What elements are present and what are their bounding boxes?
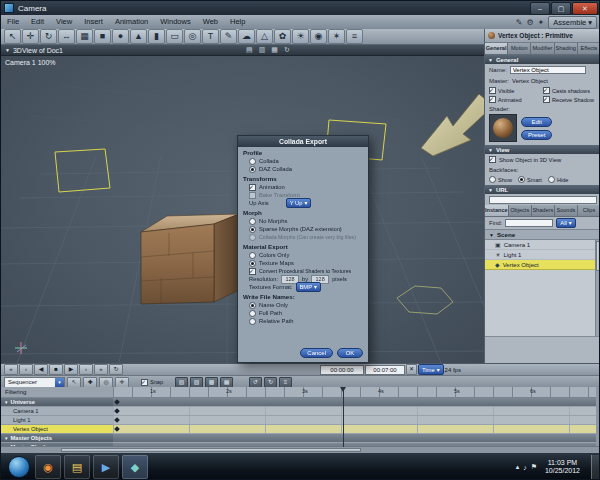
view-layout-split-icon[interactable]: ▥ bbox=[259, 46, 266, 54]
tab-instance[interactable]: Instance bbox=[485, 205, 509, 216]
track-light-1[interactable]: Light 1 bbox=[1, 416, 113, 425]
insert-text-icon[interactable]: T bbox=[202, 29, 219, 44]
animated-checkbox[interactable] bbox=[489, 96, 496, 103]
play-reverse-button[interactable]: ◀ bbox=[34, 364, 48, 375]
firefox-taskbar-icon[interactable]: ◉ bbox=[35, 455, 61, 479]
rotate-tool-icon[interactable]: ↻ bbox=[40, 29, 57, 44]
lane-camera-1[interactable] bbox=[113, 407, 596, 416]
go-to-end-button[interactable]: » bbox=[94, 364, 108, 375]
tab-general[interactable]: General bbox=[485, 43, 508, 54]
insert-plant-icon[interactable]: ✿ bbox=[274, 29, 291, 44]
timeline-add-key-icon[interactable]: ✚ bbox=[83, 377, 97, 388]
media-player-taskbar-icon[interactable]: ▶ bbox=[93, 455, 119, 479]
section-general[interactable]: ▼ General bbox=[485, 55, 600, 64]
stop-button[interactable]: ■ bbox=[49, 364, 63, 375]
view-layout-single-icon[interactable]: ▤ bbox=[246, 46, 253, 54]
insert-camera-icon[interactable]: ◉ bbox=[310, 29, 327, 44]
lane-universe[interactable] bbox=[113, 398, 596, 407]
timeline-pointer-tool-icon[interactable]: ↖ bbox=[67, 377, 81, 388]
section-view[interactable]: ▼ View bbox=[485, 145, 600, 154]
render-room-icon[interactable]: ✦ bbox=[538, 18, 545, 27]
animation-checkbox[interactable] bbox=[249, 184, 256, 191]
clear-time-button[interactable]: ✕ bbox=[406, 364, 417, 375]
move-tool-icon[interactable]: ✛ bbox=[22, 29, 39, 44]
explorer-taskbar-icon[interactable]: ▤ bbox=[64, 455, 90, 479]
insert-spline-icon[interactable]: ✎ bbox=[220, 29, 237, 44]
undo-key-icon[interactable]: ↺ bbox=[249, 377, 262, 388]
tree-item-camera-1[interactable]: ▣ Camera 1 bbox=[485, 240, 600, 250]
name-input[interactable] bbox=[510, 66, 586, 74]
menu-windows[interactable]: Windows bbox=[154, 15, 196, 29]
insert-light-icon[interactable]: ✶ bbox=[328, 29, 345, 44]
timeline-ruler[interactable]: 1s 2s 3s 4s 5s 6s bbox=[113, 387, 596, 398]
edit-shader-button[interactable]: Edit bbox=[521, 117, 552, 127]
backfaces-show-radio[interactable] bbox=[489, 176, 496, 183]
texture-maps-radio[interactable] bbox=[249, 260, 256, 267]
insert-terrain-icon[interactable]: △ bbox=[256, 29, 273, 44]
insert-sphere-icon[interactable]: ● bbox=[112, 29, 129, 44]
track-universe[interactable]: ▼ Universe bbox=[1, 398, 113, 407]
view-refresh-icon[interactable]: ↻ bbox=[284, 46, 290, 54]
maximize-button[interactable]: ▢ bbox=[551, 2, 571, 15]
timeline-lanes[interactable]: 1s 2s 3s 4s 5s 6s bbox=[113, 387, 596, 447]
timeline-horizontal-scrollbar[interactable] bbox=[1, 446, 600, 453]
track-display-mode-4-icon[interactable]: ▦ bbox=[220, 377, 233, 388]
volume-icon[interactable]: ♪ bbox=[523, 464, 527, 471]
scene-arrow-widget[interactable] bbox=[421, 94, 484, 156]
time-mode-dropdown[interactable]: Time ▾ bbox=[418, 364, 444, 375]
room-selector[interactable]: Assemble ▾ bbox=[548, 16, 597, 29]
casts-shadows-checkbox[interactable] bbox=[543, 87, 550, 94]
filtering-row[interactable]: Filtering bbox=[1, 387, 113, 398]
texture-room-icon[interactable]: ✎ bbox=[516, 18, 523, 27]
track-display-mode-1-icon[interactable]: ▧ bbox=[175, 377, 188, 388]
settings-room-icon[interactable]: ⚙ bbox=[526, 18, 533, 27]
keyframe-marker[interactable] bbox=[114, 426, 120, 432]
insert-cylinder-icon[interactable]: ▮ bbox=[148, 29, 165, 44]
textures-format-dropdown[interactable]: BMP ▾ bbox=[296, 282, 321, 292]
lane-master-objects[interactable] bbox=[113, 434, 596, 443]
tab-shading[interactable]: Shading bbox=[555, 43, 578, 54]
tab-shaders[interactable]: Shaders bbox=[532, 205, 555, 216]
ok-button[interactable]: OK bbox=[337, 348, 363, 358]
insert-group-icon[interactable]: ≡ bbox=[346, 29, 363, 44]
go-to-start-button[interactable]: « bbox=[4, 364, 18, 375]
url-input[interactable] bbox=[489, 196, 597, 204]
menu-help[interactable]: Help bbox=[224, 15, 251, 29]
shader-preview[interactable] bbox=[489, 114, 517, 142]
visible-checkbox[interactable] bbox=[489, 87, 496, 94]
start-button[interactable] bbox=[8, 456, 30, 478]
view-layout-quad-icon[interactable]: ▦ bbox=[271, 46, 278, 54]
track-master-objects[interactable]: ▼ Master Objects bbox=[1, 434, 113, 443]
playhead[interactable] bbox=[343, 387, 344, 447]
scrollbar-thumb[interactable] bbox=[596, 241, 600, 271]
track-camera-1[interactable]: Camera 1 bbox=[1, 407, 113, 416]
colors-only-radio[interactable] bbox=[249, 252, 256, 259]
pointer-tool-icon[interactable]: ↖ bbox=[4, 29, 21, 44]
tab-objects[interactable]: Objects bbox=[509, 205, 532, 216]
insert-cone-icon[interactable]: ▲ bbox=[130, 29, 147, 44]
end-time-display[interactable]: 00:07:00 bbox=[365, 365, 405, 375]
minimize-button[interactable]: – bbox=[530, 2, 550, 15]
insert-vertex-object-icon[interactable]: ▦ bbox=[76, 29, 93, 44]
lane-light-1[interactable] bbox=[113, 416, 596, 425]
scrollbar-thumb[interactable] bbox=[61, 448, 361, 452]
show-desktop-button[interactable] bbox=[591, 455, 599, 479]
dialog-titlebar[interactable]: Collada Export bbox=[238, 136, 368, 147]
backfaces-smart-radio[interactable] bbox=[518, 176, 525, 183]
wireframe-plane-left[interactable] bbox=[55, 149, 110, 192]
keyframe-marker[interactable] bbox=[114, 408, 120, 414]
track-vertex-object[interactable]: Vertex Object bbox=[1, 425, 113, 434]
close-button[interactable]: ✕ bbox=[572, 2, 598, 15]
loop-button[interactable]: ↻ bbox=[109, 364, 123, 375]
scale-tool-icon[interactable]: ↔ bbox=[58, 29, 75, 44]
carrara-taskbar-icon[interactable]: ◆ bbox=[122, 455, 148, 479]
playhead-handle[interactable] bbox=[340, 387, 346, 392]
preset-shader-button[interactable]: Preset bbox=[521, 130, 552, 140]
textured-cube[interactable] bbox=[141, 214, 239, 304]
redo-key-icon[interactable]: ↻ bbox=[264, 377, 277, 388]
find-input[interactable] bbox=[505, 219, 553, 227]
play-button[interactable]: ▶ bbox=[64, 364, 78, 375]
find-filter-dropdown[interactable]: All ▾ bbox=[556, 218, 575, 228]
tab-motion[interactable]: Motion bbox=[508, 43, 531, 54]
show-hidden-icons-icon[interactable]: ▴ bbox=[516, 463, 520, 471]
